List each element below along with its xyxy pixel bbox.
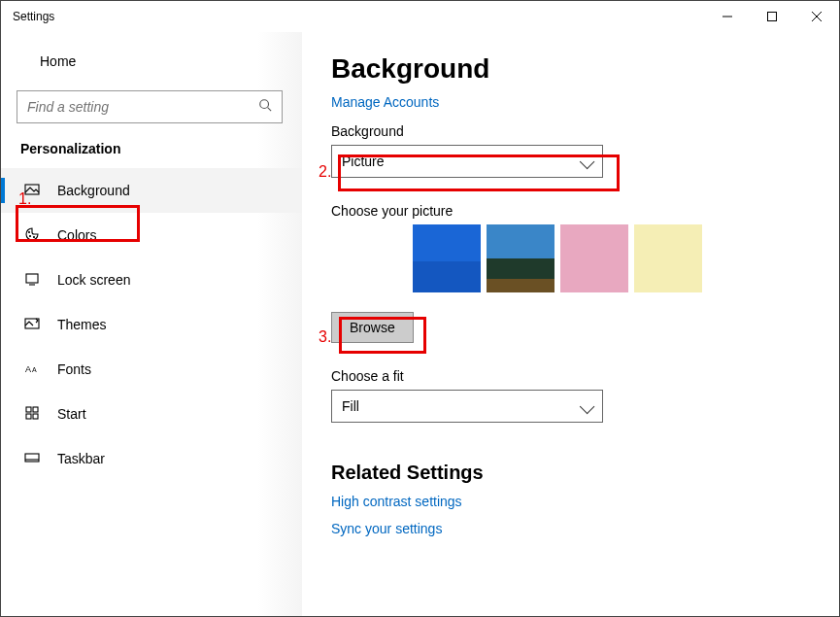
sidebar-item-label: Background xyxy=(57,183,130,198)
related-settings-heading: Related Settings xyxy=(331,462,810,484)
annotation-number-3: 3. xyxy=(319,328,331,346)
annotation-number-2: 2. xyxy=(319,163,331,181)
choose-picture-label: Choose your picture xyxy=(331,203,810,219)
titlebar: Settings xyxy=(1,1,839,32)
background-select[interactable]: Picture xyxy=(331,145,603,178)
sidebar-item-label: Lock screen xyxy=(57,272,130,288)
fonts-icon: AA xyxy=(24,360,40,379)
svg-rect-10 xyxy=(26,274,38,283)
themes-icon xyxy=(24,316,40,334)
svg-rect-16 xyxy=(33,407,38,412)
svg-rect-17 xyxy=(26,414,31,419)
lockscreen-icon xyxy=(24,271,40,290)
sidebar-item-label: Start xyxy=(57,406,86,422)
sidebar-item-label: Fonts xyxy=(57,361,91,377)
svg-point-9 xyxy=(34,236,35,237)
svg-line-5 xyxy=(268,108,272,112)
svg-point-7 xyxy=(29,231,30,232)
sync-settings-link[interactable]: Sync your settings xyxy=(331,521,810,536)
browse-button[interactable]: Browse xyxy=(331,312,414,343)
svg-text:A: A xyxy=(25,364,31,374)
home-label: Home xyxy=(40,53,76,69)
sidebar-item-colors[interactable]: Colors xyxy=(1,213,302,257)
taskbar-icon xyxy=(24,450,40,468)
background-label: Background xyxy=(331,123,810,139)
picture-thumbnails xyxy=(331,224,810,292)
select-value: Picture xyxy=(342,154,385,169)
thumbnail[interactable] xyxy=(560,224,628,292)
sidebar-item-fonts[interactable]: AA Fonts xyxy=(1,347,302,392)
sidebar-item-start[interactable]: Start xyxy=(1,392,302,436)
thumbnail[interactable] xyxy=(487,224,554,292)
sidebar-item-label: Colors xyxy=(57,227,96,243)
svg-rect-15 xyxy=(26,407,31,412)
search-icon xyxy=(258,98,272,116)
start-icon xyxy=(24,405,40,424)
sidebar-item-label: Themes xyxy=(57,317,107,332)
sidebar-item-themes[interactable]: Themes xyxy=(1,302,302,347)
svg-rect-18 xyxy=(33,414,38,419)
sidebar-item-background[interactable]: Background xyxy=(1,168,302,213)
svg-rect-19 xyxy=(25,454,39,462)
sidebar: Home Personalization Background Colors L… xyxy=(1,32,302,616)
home-link[interactable]: Home xyxy=(1,42,302,81)
sidebar-item-taskbar[interactable]: Taskbar xyxy=(1,436,302,481)
main-content: Background Manage Accounts Background Pi… xyxy=(302,32,839,616)
section-label: Personalization xyxy=(1,141,302,156)
select-value: Fill xyxy=(342,398,359,414)
fit-label: Choose a fit xyxy=(331,368,810,384)
fit-select[interactable]: Fill xyxy=(331,390,603,423)
sidebar-item-lockscreen[interactable]: Lock screen xyxy=(1,257,302,302)
annotation-number-1: 1. xyxy=(18,190,31,208)
svg-rect-1 xyxy=(768,13,777,21)
window-controls xyxy=(705,2,839,31)
svg-point-8 xyxy=(30,235,31,236)
sidebar-item-label: Taskbar xyxy=(57,451,105,466)
svg-point-4 xyxy=(260,100,269,109)
manage-accounts-link[interactable]: Manage Accounts xyxy=(331,94,810,110)
high-contrast-link[interactable]: High contrast settings xyxy=(331,494,810,509)
svg-text:A: A xyxy=(32,366,37,373)
minimize-button[interactable] xyxy=(705,2,750,31)
palette-icon xyxy=(24,226,40,245)
thumbnail[interactable] xyxy=(634,224,702,292)
window-title: Settings xyxy=(13,10,54,23)
page-title: Background xyxy=(331,53,810,85)
close-button[interactable] xyxy=(794,2,839,31)
search-field[interactable] xyxy=(27,99,258,115)
thumbnail[interactable] xyxy=(413,224,481,292)
maximize-button[interactable] xyxy=(750,2,794,31)
search-input[interactable] xyxy=(17,90,283,123)
